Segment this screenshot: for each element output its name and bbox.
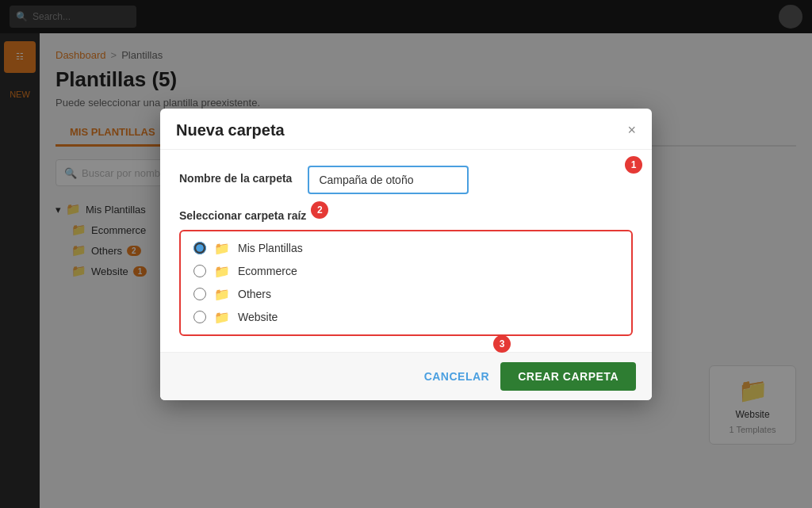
radio-label-others: Others <box>238 288 271 300</box>
create-folder-button[interactable]: CREAR CARPETA <box>500 362 636 391</box>
radio-mis-plantillas[interactable]: 📁 Mis Plantillas <box>193 241 619 256</box>
root-folder-label: Seleccionar carpeta raíz <box>179 209 306 222</box>
radio-ecommerce[interactable]: 📁 Ecommerce <box>193 264 619 279</box>
modal-close-button[interactable]: × <box>627 123 636 137</box>
radio-input-mis-plantillas[interactable] <box>193 242 206 254</box>
folder-icon-option-website: 📁 <box>214 310 230 325</box>
root-folder-section: Seleccionar carpeta raíz 2 📁 Mis Plantil… <box>179 208 633 336</box>
radio-input-website[interactable] <box>193 311 206 323</box>
input-wrapper: 1 <box>308 166 633 194</box>
folder-icon-option-others: 📁 <box>214 287 230 302</box>
radio-input-others[interactable] <box>193 288 206 300</box>
folder-name-row: Nombre de la carpeta 1 <box>179 166 633 194</box>
radio-input-ecommerce[interactable] <box>193 265 206 277</box>
step2-badge: 2 <box>311 201 328 219</box>
radio-label-website: Website <box>238 311 278 323</box>
step3-badge: 3 <box>493 335 511 353</box>
folder-icon-option-ecommerce: 📁 <box>214 264 230 279</box>
folder-name-label: Nombre de la carpeta <box>179 172 292 185</box>
folder-icon-option-mis-plantillas: 📁 <box>214 241 230 256</box>
radio-group: 📁 Mis Plantillas 📁 Ecommerce 📁 Others <box>179 230 633 336</box>
root-folder-label-wrapper: Seleccionar carpeta raíz 2 <box>179 209 306 230</box>
step1-badge: 1 <box>625 156 642 174</box>
modal-title: Nueva carpeta <box>176 121 285 139</box>
modal-body: Nombre de la carpeta 1 Seleccionar carpe… <box>160 150 652 352</box>
cancel-button[interactable]: CANCELAR <box>424 370 490 383</box>
modal-header: Nueva carpeta × <box>160 109 652 150</box>
modal: Nueva carpeta × Nombre de la carpeta 1 <box>160 109 652 400</box>
radio-label-mis-plantillas: Mis Plantillas <box>238 242 303 254</box>
modal-overlay: Nueva carpeta × Nombre de la carpeta 1 <box>0 0 812 508</box>
radio-label-ecommerce: Ecommerce <box>238 265 297 277</box>
folder-name-input[interactable] <box>308 166 469 194</box>
radio-others[interactable]: 📁 Others <box>193 287 619 302</box>
radio-website[interactable]: 📁 Website <box>193 310 619 325</box>
modal-footer: 3 CANCELAR CREAR CARPETA <box>160 352 652 400</box>
